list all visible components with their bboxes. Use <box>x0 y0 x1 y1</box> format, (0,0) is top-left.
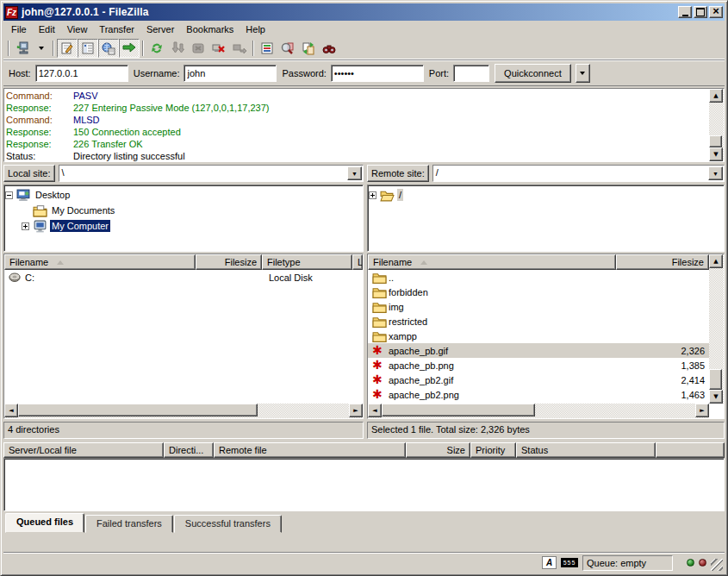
menu-view[interactable]: View <box>61 22 94 36</box>
transfer-type-icon[interactable]: A <box>542 556 557 569</box>
tab-failed-transfers[interactable]: Failed transfers <box>85 515 173 533</box>
resize-grip[interactable] <box>711 559 723 571</box>
file-row[interactable]: apache_pb2.gif 2,414 <box>368 373 709 387</box>
transfer-queue-icon <box>122 41 136 55</box>
scroll-left-icon[interactable]: ◄ <box>368 404 382 417</box>
menu-help[interactable]: Help <box>240 22 271 36</box>
column-header-filename[interactable]: Filename <box>4 254 196 270</box>
toggle-message-log-button[interactable] <box>57 39 78 58</box>
scroll-down-icon[interactable]: ▼ <box>709 390 723 404</box>
log-line: Command:PASV <box>6 90 707 102</box>
scroll-down-icon[interactable]: ▼ <box>709 147 723 161</box>
column-header-direction[interactable]: Directi... <box>164 442 214 458</box>
site-manager-dropdown[interactable] <box>33 39 50 58</box>
remote-horizontal-scrollbar[interactable]: ◄ ► <box>368 404 709 418</box>
file-row[interactable]: apache_pb2.png 1,463 <box>368 387 709 402</box>
scroll-right-icon[interactable]: ► <box>349 404 363 417</box>
filter-icon <box>260 41 274 55</box>
column-header-filesize[interactable]: Filesize <box>616 254 709 270</box>
column-header-priority[interactable]: Priority <box>470 442 516 458</box>
local-site-combo[interactable]: \ ▼ <box>59 165 364 182</box>
tree-item-desktop[interactable]: Desktop <box>5 187 362 203</box>
maximize-button[interactable] <box>694 6 707 18</box>
local-pane: Local site: \ ▼ Desktop <box>3 164 364 439</box>
menu-server[interactable]: Server <box>140 22 180 36</box>
minimize-button[interactable] <box>678 6 692 18</box>
app-icon[interactable]: Fz <box>5 6 18 19</box>
expand-icon[interactable] <box>369 191 376 199</box>
host-input[interactable] <box>35 65 128 82</box>
column-header-empty[interactable] <box>656 442 725 458</box>
file-row[interactable]: xampp <box>368 329 709 343</box>
scroll-left-icon[interactable]: ◄ <box>4 404 18 417</box>
tree-item-label[interactable]: My Computer <box>50 220 110 232</box>
menu-bookmarks[interactable]: Bookmarks <box>180 22 240 36</box>
file-row-c-drive[interactable]: C: Local Disk <box>4 270 363 285</box>
file-row-selected[interactable]: apache_pb.gif 2,326 <box>368 343 709 358</box>
expand-icon[interactable] <box>22 222 29 230</box>
file-row[interactable]: .. <box>368 270 709 285</box>
remote-site-combo[interactable]: / ▼ <box>432 165 725 182</box>
process-queue-button[interactable] <box>167 39 188 58</box>
column-header-remote-file[interactable]: Remote file <box>214 442 406 458</box>
scrollbar-thumb[interactable] <box>709 369 722 390</box>
synchronized-browsing-button[interactable] <box>298 39 319 58</box>
column-header-server-local-file[interactable]: Server/Local file <box>3 442 164 458</box>
remote-site-label: Remote site: <box>367 165 429 182</box>
tree-item-my-documents[interactable]: My Documents <box>5 203 362 218</box>
column-header-filetype[interactable]: Filetype <box>262 254 352 270</box>
tree-item-my-computer[interactable]: My Computer <box>5 218 362 234</box>
tree-item-label[interactable]: / <box>397 189 403 201</box>
password-input[interactable] <box>331 65 424 82</box>
scroll-right-icon[interactable]: ► <box>695 404 709 417</box>
toggle-transfer-queue-button[interactable] <box>119 39 140 58</box>
speed-limit-icon[interactable]: 555 <box>561 558 578 567</box>
file-row[interactable]: apache_pb.png 1,385 <box>368 358 709 373</box>
remote-site-value[interactable]: / <box>433 166 707 181</box>
tree-item-root[interactable]: / <box>369 187 723 203</box>
remote-vertical-scrollbar[interactable]: ▲ ▼ <box>709 254 724 404</box>
column-header-lastmodified[interactable]: L <box>352 254 363 270</box>
quickconnect-button[interactable]: Quickconnect <box>495 64 571 83</box>
port-input[interactable] <box>453 65 489 82</box>
collapse-icon[interactable] <box>5 191 13 199</box>
file-row[interactable]: forbidden <box>368 285 709 299</box>
local-horizontal-scrollbar[interactable]: ◄ ► <box>4 404 363 418</box>
file-row[interactable]: restricted <box>368 314 709 329</box>
filter-button[interactable] <box>257 39 277 58</box>
menu-transfer[interactable]: Transfer <box>93 22 140 36</box>
column-header-status[interactable]: Status <box>516 442 656 458</box>
filezilla-window: Fz john@127.0.0.1 - FileZilla File Edit … <box>0 0 728 576</box>
chevron-down-icon[interactable]: ▼ <box>347 166 362 180</box>
column-header-size[interactable]: Size <box>406 442 470 458</box>
cancel-button[interactable] <box>188 39 208 58</box>
refresh-button[interactable] <box>146 39 167 58</box>
file-row[interactable]: img <box>368 299 709 314</box>
scrollbar-thumb[interactable] <box>382 404 535 416</box>
tab-queued-files[interactable]: Queued files <box>5 513 84 533</box>
toggle-local-tree-button[interactable] <box>78 39 98 58</box>
scrollbar-thumb[interactable] <box>18 404 258 416</box>
reconnect-button[interactable] <box>229 39 250 58</box>
find-files-button[interactable] <box>319 39 339 58</box>
chevron-down-icon[interactable]: ▼ <box>708 166 723 180</box>
disconnect-button[interactable] <box>208 39 229 58</box>
tree-item-label[interactable]: My Documents <box>50 204 116 216</box>
tree-item-label[interactable]: Desktop <box>34 189 72 201</box>
log-vertical-scrollbar[interactable]: ▲ ▼ <box>709 89 724 161</box>
scroll-up-icon[interactable]: ▲ <box>709 89 723 103</box>
toggle-remote-tree-button[interactable] <box>98 39 119 58</box>
close-button[interactable] <box>709 6 723 18</box>
site-manager-button[interactable] <box>12 39 33 58</box>
column-header-filesize[interactable]: Filesize <box>196 254 262 270</box>
column-header-filename[interactable]: Filename <box>368 254 616 270</box>
local-site-value[interactable]: \ <box>59 166 346 181</box>
scrollbar-thumb[interactable] <box>709 135 722 147</box>
tab-successful-transfers[interactable]: Successful transfers <box>174 515 282 533</box>
menu-edit[interactable]: Edit <box>33 22 61 36</box>
scroll-up-icon[interactable]: ▲ <box>709 254 723 268</box>
menu-file[interactable]: File <box>5 22 33 36</box>
username-input[interactable] <box>184 65 277 82</box>
quickconnect-dropdown[interactable] <box>576 64 590 83</box>
directory-comparison-button[interactable] <box>277 39 298 58</box>
